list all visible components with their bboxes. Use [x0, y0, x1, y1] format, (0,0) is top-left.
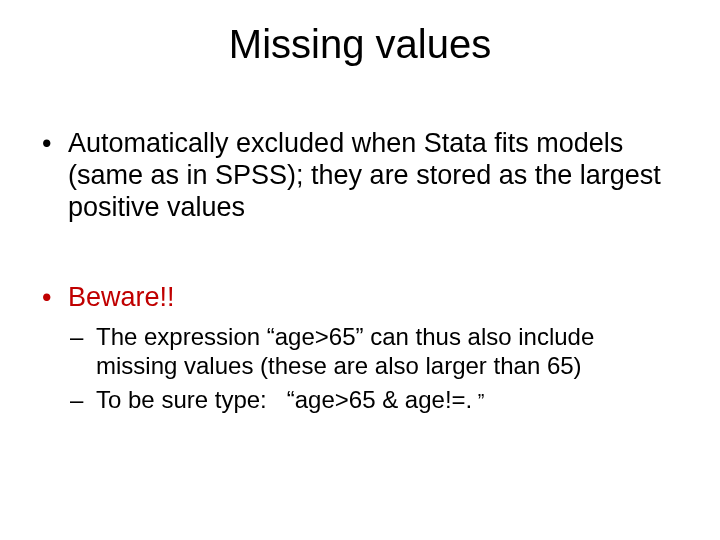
bullet-list-level2: The expression “age>65” can thus also in…	[68, 323, 680, 414]
sub-bullet-2-tail: ”	[472, 390, 484, 412]
sub-bullet-1: The expression “age>65” can thus also in…	[68, 323, 680, 380]
slide-body: Automatically excluded when Stata fits m…	[40, 128, 680, 420]
sub-bullet-2-text: To be sure type: “age>65 & age!=.	[96, 386, 472, 413]
bullet-list-level1: Automatically excluded when Stata fits m…	[40, 128, 680, 313]
slide-title: Missing values	[0, 22, 720, 67]
slide: Missing values Automatically excluded wh…	[0, 0, 720, 540]
sub-bullet-2: To be sure type: “age>65 & age!=. ”	[68, 386, 680, 414]
bullet-item-1: Automatically excluded when Stata fits m…	[40, 128, 680, 224]
bullet-item-beware: Beware!!	[40, 282, 680, 314]
